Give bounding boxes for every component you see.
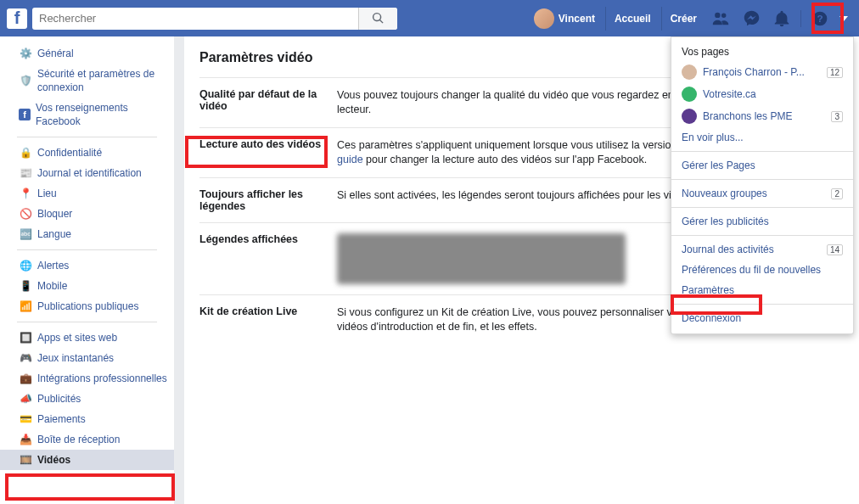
menu-manage-pages[interactable]: Gérer les Pages	[671, 155, 853, 176]
sidebar-item-yourinfo[interactable]: fVos renseignements Facebook	[0, 98, 174, 132]
account-dropdown: Vos pages François Charron - P...12 Votr…	[671, 36, 854, 334]
language-icon: 🔤	[19, 227, 32, 241]
globe-icon: 🌐	[19, 259, 32, 272]
search-bar[interactable]	[32, 8, 397, 30]
card-icon: 💳	[19, 412, 32, 426]
menu-newsfeed-prefs[interactable]: Préférences du fil de nouvelles	[671, 260, 853, 280]
menu-page-item[interactable]: Branchons les PME3	[671, 105, 853, 127]
highlight-autoplay	[185, 136, 328, 168]
notifications-icon[interactable]	[772, 8, 792, 29]
avatar	[534, 8, 554, 29]
page-avatar	[682, 87, 697, 102]
menu-page-item[interactable]: François Charron - P...12	[671, 61, 853, 83]
page-avatar	[682, 109, 697, 124]
sidebar-item-videos[interactable]: 🎞️Vidéos	[0, 450, 174, 470]
menu-manage-ads[interactable]: Gérer les publicités	[671, 211, 853, 232]
mobile-icon: 📱	[19, 279, 32, 293]
menu-new-groups[interactable]: Nouveaux groupes2	[671, 183, 853, 204]
menu-page-item[interactable]: Votresite.ca	[671, 83, 853, 105]
sidebar-item-publicposts[interactable]: 📶Publications publiques	[0, 296, 174, 316]
sidebar-item-security[interactable]: 🛡️Sécurité et paramètres de connexion	[0, 64, 174, 98]
sidebar-item-location[interactable]: 📍Lieu	[0, 183, 174, 204]
sidebar-item-mobile[interactable]: 📱Mobile	[0, 276, 174, 296]
facebook-logo[interactable]: f	[7, 8, 27, 29]
sidebar-item-general[interactable]: ⚙️Général	[0, 43, 174, 64]
shield-icon: 🛡️	[19, 74, 32, 87]
film-icon: 🎞️	[19, 453, 32, 467]
menu-activity-log[interactable]: Journal des activités14	[671, 239, 853, 260]
gear-icon: ⚙️	[19, 47, 32, 60]
sidebar-item-alerts[interactable]: 🌐Alertes	[0, 255, 174, 276]
sidebar-item-privacy[interactable]: 🔒Confidentialité	[0, 143, 174, 163]
fb-icon: f	[19, 109, 31, 120]
friends-icon[interactable]	[710, 8, 731, 29]
messenger-icon[interactable]	[741, 8, 761, 29]
location-icon: 📍	[19, 187, 32, 200]
create-link[interactable]: Créer	[661, 7, 705, 31]
sidebar-item-payments[interactable]: 💳Paiements	[0, 409, 174, 429]
rss-icon: 📶	[19, 300, 32, 313]
search-button[interactable]	[358, 8, 397, 30]
gamepad-icon: 🎮	[19, 351, 32, 365]
sidebar-item-language[interactable]: 🔤Langue	[0, 224, 174, 244]
profile-link[interactable]: Vincent	[525, 7, 604, 31]
lock-icon: 🔒	[19, 146, 32, 160]
highlight-videos	[5, 473, 175, 501]
sidebar-item-ads[interactable]: 📣Publicités	[0, 389, 174, 409]
settings-sidebar: ⚙️Général 🛡️Sécurité et paramètres de co…	[0, 36, 174, 504]
highlight-settings	[671, 294, 762, 315]
sidebar-item-instantgames[interactable]: 🎮Jeux instantanés	[0, 348, 174, 368]
sidebar-item-timeline[interactable]: 📰Journal et identification	[0, 163, 174, 183]
user-name: Vincent	[559, 7, 595, 31]
sidebar-item-apps[interactable]: 🔲Apps et sites web	[0, 328, 174, 348]
journal-icon: 📰	[19, 166, 32, 180]
sidebar-item-inbox[interactable]: 📥Boîte de réception	[0, 429, 174, 450]
highlight-caret	[811, 3, 844, 34]
sidebar-item-business[interactable]: 💼Intégrations professionnelles	[0, 368, 174, 389]
block-icon: 🚫	[19, 207, 32, 221]
apps-icon: 🔲	[19, 331, 32, 344]
search-icon	[372, 12, 385, 25]
menu-your-pages-header: Vos pages	[671, 42, 853, 61]
menu-see-more[interactable]: En voir plus...	[671, 127, 853, 148]
briefcase-icon: 💼	[19, 372, 32, 385]
home-link[interactable]: Accueil	[605, 7, 660, 31]
sidebar-item-blocking[interactable]: 🚫Bloquer	[0, 204, 174, 224]
page-avatar	[682, 64, 697, 80]
inbox-icon: 📥	[19, 433, 32, 446]
ads-icon: 📣	[19, 392, 32, 406]
censored-preview	[337, 233, 626, 284]
search-input[interactable]	[32, 12, 358, 25]
